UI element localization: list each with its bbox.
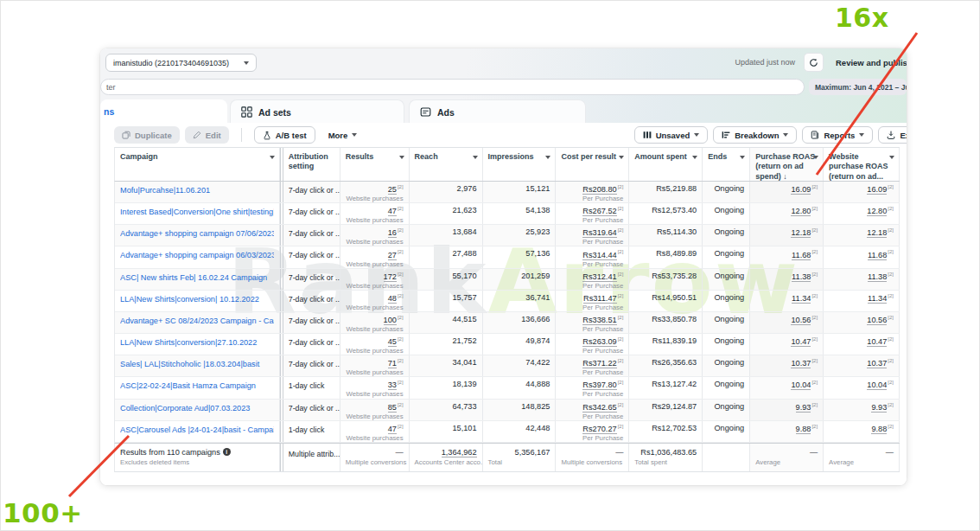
info-icon[interactable]: i	[223, 448, 231, 456]
campaign-link[interactable]: Advantage+ shopping campaign 06/03/2023|…	[120, 249, 274, 259]
table-row[interactable]: Advantage+ shopping campaign 06/03/2023|…	[115, 246, 900, 268]
tab-ad-sets[interactable]: Ad sets	[230, 99, 404, 124]
campaign-link[interactable]: ASC|22-02-24|Basit Hamza Campaign	[120, 380, 274, 390]
table-row[interactable]: ASC|22-02-24|Basit Hamza Campaign 1-day …	[115, 377, 900, 399]
amount-spent-value: Rs14,950.51	[634, 293, 697, 302]
top-bar: imanistudio (2210173404691035) Updated j…	[100, 48, 907, 76]
campaign-link[interactable]: Interest Based|Conversion|One shirt|test…	[120, 206, 274, 216]
column-header-results[interactable]: Results	[340, 148, 410, 181]
campaign-link[interactable]: Sales| LAL|Stitchoholic |18.03.204|basit	[120, 358, 274, 368]
purchase-roas-value: 9.88[2]	[755, 424, 818, 433]
reach-value: 13,684	[415, 227, 477, 236]
website-purchase-roas-value: 11.38[2]	[829, 272, 894, 281]
edit-button[interactable]: Edit	[185, 126, 229, 144]
reports-button[interactable]: Reports	[802, 126, 873, 144]
amount-spent-value: Rs29,124.87	[634, 402, 697, 411]
cost-per-result-sublabel: Per Purchase	[561, 390, 623, 398]
sort-caret-icon	[889, 156, 894, 159]
cost-per-result-sublabel: Per Purchase	[561, 434, 623, 442]
amount-spent-value: Rs5,114.30	[634, 227, 697, 236]
campaign-link[interactable]: ASC|Carousel Ads |24-01-24|basit - Campa…	[120, 424, 274, 434]
tab-campaigns[interactable]: ns	[100, 99, 227, 124]
purchase-roas-value: 12.80[2]	[755, 206, 818, 215]
results-value: 172[2]	[346, 272, 404, 281]
reach-value: 34,041	[415, 358, 477, 367]
column-header-attribution: Attribution setting	[283, 148, 340, 181]
attribution-value: 7-day click or ...	[289, 184, 334, 195]
annotation-16x-label: 16x	[835, 3, 889, 33]
campaign-link[interactable]: LLA|New Shirts|conversion|27.10.2022	[120, 336, 274, 347]
campaigns-table: Campaign Attribution setting Results Rea…	[114, 147, 900, 472]
account-dropdown[interactable]: imanistudio (2210173404691035)	[105, 54, 257, 72]
table-row[interactable]: Mofu|Purcahse|11.06.201 7-day click or .…	[115, 182, 900, 203]
impressions-value: 136,666	[488, 315, 550, 323]
column-header-amount-spent[interactable]: Amount spent	[629, 148, 703, 181]
campaign-link[interactable]: Advantage+ SC 08/24/2023 Campaign - Camp…	[120, 315, 274, 325]
column-header-website-purchase-roas[interactable]: Website purchase ROAS (return on ad...	[824, 148, 900, 181]
attribution-value: 1-day click	[289, 424, 334, 434]
results-sublabel: Website purchases	[346, 413, 404, 420]
impressions-value: 54,138	[488, 206, 550, 214]
columns-button[interactable]: Unsaved	[634, 126, 709, 144]
ad-sets-grid-icon	[241, 106, 252, 118]
campaign-link[interactable]: Collection|Corporate Aud|07.03.2023	[120, 402, 274, 413]
review-and-publish-button[interactable]: Review and publish	[836, 58, 907, 67]
table-row[interactable]: LLA|New Shirts|conversion|27.10.2022 7-d…	[115, 334, 900, 355]
column-header-cost-per-result[interactable]: Cost per result	[556, 148, 629, 181]
ends-value: Ongoing	[708, 358, 744, 367]
purchase-roas-value: 11.38[2]	[755, 272, 818, 281]
table-row[interactable]: ASC|Carousel Ads |24-01-24|basit - Campa…	[115, 421, 900, 443]
column-header-reach[interactable]: Reach	[410, 148, 483, 181]
ab-test-button[interactable]: A/B test	[254, 126, 315, 144]
website-purchase-roas-value: 11.34[2]	[829, 293, 894, 303]
ends-value: Ongoing	[708, 227, 744, 236]
results-sublabel: Website purchases	[346, 304, 404, 311]
reach-value: 21,623	[415, 206, 477, 214]
column-header-purchase-roas[interactable]: Purchase ROAS (return on ad spend) ↓	[750, 148, 824, 181]
amount-spent-value: Rs11,839.19	[634, 336, 697, 345]
breakdown-button[interactable]: Breakdown	[713, 126, 797, 144]
ads-frame-icon	[420, 106, 431, 118]
ends-value: Ongoing	[708, 315, 744, 323]
campaign-link[interactable]: Advantage+ shopping campaign 07/06/2023 …	[120, 227, 274, 238]
duplicate-label: Duplicate	[135, 131, 172, 140]
column-header-campaign[interactable]: Campaign	[115, 148, 280, 181]
table-row[interactable]: Sales| LAL|Stitchoholic |18.03.204|basit…	[115, 355, 900, 377]
table-row[interactable]: LLA|New Shirts|conversion| 10.12.2022 7-…	[115, 291, 900, 312]
impressions-value: 36,741	[488, 293, 550, 302]
date-range-selector[interactable]: Maximum: Jun 4, 2021 – Jul 4	[809, 79, 907, 95]
sort-caret-icon	[473, 156, 478, 159]
column-header-ends[interactable]: Ends	[703, 148, 750, 181]
more-button[interactable]: More	[321, 126, 366, 144]
export-button[interactable]: Ex	[878, 126, 907, 144]
tab-ad-sets-label: Ad sets	[258, 107, 291, 118]
campaign-link[interactable]: Mofu|Purcahse|11.06.201	[120, 184, 274, 195]
search-filter-input[interactable]: ter	[100, 79, 805, 95]
reach-value: 15,757	[415, 293, 477, 302]
table-row[interactable]: Advantage+ shopping campaign 07/06/2023 …	[115, 225, 900, 246]
attribution-value: 7-day click or ...	[289, 293, 334, 304]
results-sublabel: Website purchases	[346, 368, 404, 376]
more-label: More	[328, 131, 348, 140]
campaigns-panel: Duplicate Edit A/B test More	[100, 123, 907, 485]
chevron-down-icon	[859, 133, 864, 137]
table-totals-row: Results from 110 campaignsi Excludes del…	[114, 443, 900, 472]
reach-value: 21,752	[415, 336, 477, 345]
table-row[interactable]: Collection|Corporate Aud|07.03.2023 7-da…	[115, 400, 900, 421]
amount-spent-value: Rs53,735.28	[634, 272, 697, 280]
ab-test-label: A/B test	[276, 131, 307, 140]
table-row[interactable]: Interest Based|Conversion|One shirt|test…	[115, 203, 900, 225]
table-row[interactable]: ASC| New shirts Feb| 16.02.24 Campaign 7…	[115, 269, 900, 291]
cost-per-result-sublabel: Per Purchase	[561, 238, 623, 246]
campaign-link[interactable]: ASC| New shirts Feb| 16.02.24 Campaign	[120, 272, 274, 282]
page: { "annotations": { "top_label": "16x", "…	[0, 0, 980, 531]
campaign-link[interactable]: LLA|New Shirts|conversion| 10.12.2022	[120, 293, 274, 304]
table-row[interactable]: Advantage+ SC 08/24/2023 Campaign - Camp…	[115, 312, 900, 334]
refresh-button[interactable]	[804, 53, 824, 72]
duplicate-button[interactable]: Duplicate	[114, 126, 180, 144]
attribution-value: 7-day click or ...	[289, 249, 334, 259]
tab-ads[interactable]: Ads	[409, 99, 586, 124]
results-value: 85[2]	[346, 402, 404, 412]
amount-spent-value: Rs5,219.88	[634, 184, 697, 193]
column-header-impressions[interactable]: Impressions	[483, 148, 557, 181]
